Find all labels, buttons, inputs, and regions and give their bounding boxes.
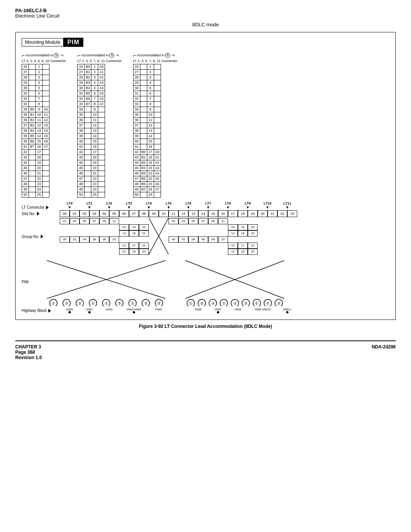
group-cell: 02 [178, 236, 188, 243]
lt-label-lt5: LT5▼ [159, 201, 178, 209]
lt-connector-arrow [46, 206, 49, 209]
lt-label-lt7: LT7▼ [198, 201, 218, 209]
slot-cell: 05 [109, 210, 119, 217]
highway-item: HW11 [277, 308, 297, 313]
cross-svg [149, 218, 169, 254]
group-cell: 19 [129, 224, 139, 230]
highway-item: HW5 [149, 308, 169, 313]
group-left: 0103050709111519231418220002040608101317… [60, 218, 149, 255]
group-row: Group No. 010305070911151923141822000204… [22, 218, 389, 255]
slot-cell: 09 [149, 210, 159, 217]
pim-label: PIM [64, 38, 83, 47]
lt-section: LT Connector LT0▼LT1▼LT2▼LT3▼LT4▼LT5▼LT6… [22, 201, 389, 255]
svg-text:②: ② [105, 301, 108, 305]
footer-left: CHAPTER 3 Page 368 Revision 1.0 [15, 344, 42, 360]
slot-row: Slot No. 0001020304050607080910111213141… [22, 210, 389, 217]
lt-label-lt10: LT10▼ [258, 201, 277, 209]
group-cell: 04 [80, 236, 89, 243]
group-cell: 23 [139, 224, 149, 230]
lt-label-lt11: LT11▼ [277, 201, 297, 209]
lt-labels: LT0▼LT1▼LT2▼LT3▼LT4▼LT5▼LT6▼LT7▼LT8▼LT9▼… [60, 201, 297, 209]
group-cell: 04 [188, 236, 198, 243]
highway-item: HW3 HW4 [119, 308, 149, 313]
group-cell: 05 [188, 218, 198, 224]
highway-item: HW8 [228, 308, 248, 313]
pim-diagram-svg: ①②③①②③①②③①②③①②③①②③ [47, 257, 389, 306]
group-cell: 06 [89, 236, 99, 243]
slot-cell: 12 [178, 210, 188, 217]
main-diagram-box: Mounting Module PIM ⌐ Accommodated in ① … [15, 32, 396, 320]
group-cell: 18 [129, 230, 139, 236]
group-cell: 20 [139, 249, 149, 255]
mounting-module-label: Mounting Module [22, 38, 64, 46]
svg-text:①: ① [91, 301, 95, 305]
group-cell: 08 [99, 236, 109, 243]
group-cell: 09 [99, 218, 109, 224]
slot-cell: 22 [277, 210, 287, 217]
group-cell: 17 [238, 243, 248, 249]
slot-cell: 23 [287, 210, 297, 217]
doc-num: NDA-24296 [372, 344, 396, 350]
connector-3-table: 2612722832943053163273383493510361137123… [133, 64, 161, 198]
svg-text:③: ③ [277, 301, 280, 305]
pim-diagram-label: PIM [22, 280, 47, 284]
lt-connector-row: LT Connector LT0▼LT1▼LT2▼LT3▼LT4▼LT5▼LT6… [22, 201, 389, 209]
highway-arrow [48, 309, 51, 313]
lt-label-lt9: LT9▼ [238, 201, 258, 209]
highway-label: Highway Block [22, 308, 60, 313]
highway-item: HW1 [80, 308, 99, 313]
slot-label: Slot No. [22, 212, 60, 216]
slot-cell: 19 [248, 210, 258, 217]
slot-cell: 18 [238, 210, 248, 217]
group-cell: 12 [228, 249, 238, 255]
slot-arrow [37, 212, 40, 216]
group-cell: 19 [238, 224, 248, 230]
svg-text:②: ② [65, 301, 68, 305]
group-cell: 13 [228, 243, 238, 249]
group-cell: 00 [169, 236, 178, 243]
slot-cell: 15 [208, 210, 218, 217]
group-cell: 14 [119, 230, 129, 236]
connector-block-2: ⌐ Accommodated in ② ¬ LT 1, 3, 5, 7, 9, … [77, 52, 121, 198]
group-cross [149, 218, 169, 255]
group-cell: 21 [248, 243, 258, 249]
pim-diagram-row: PIM ①②③①②③①②③①②③①②③①②③ [22, 257, 389, 307]
svg-text:②: ② [233, 301, 237, 305]
svg-text:①: ① [52, 301, 55, 305]
lt-label-lt8: LT8▼ [218, 201, 238, 209]
highway-item: HW0 [60, 308, 80, 313]
highway-item: HW6 [188, 308, 208, 313]
mode: 8DLC mode [15, 22, 396, 27]
revision: Revision 1.0 [15, 355, 42, 360]
slot-cell: 02 [80, 210, 89, 217]
group-cell: 15 [228, 224, 238, 230]
group-cell: 15 [119, 224, 129, 230]
group-cell: 06 [198, 236, 208, 243]
connector-1-table: 26127228329430531632733834B09A035B110A13… [22, 64, 49, 198]
chapter: CHAPTER 3 [15, 344, 42, 350]
group-cell: 11 [218, 218, 228, 224]
slot-cell: 17 [228, 210, 238, 217]
group-cell: 10 [109, 236, 119, 243]
svg-text:①: ① [222, 301, 226, 305]
connector-3-header: ⌐ Accommodated in ③ ¬ [133, 52, 175, 58]
slot-cell: 08 [139, 210, 149, 217]
slot-cell: 20 [258, 210, 268, 217]
group-cell: 12 [119, 249, 129, 255]
connector-1-header: ⌐ Accommodated in ① ¬ [22, 52, 63, 58]
model: PA-16ELCJ-B [15, 8, 396, 13]
group-cell: 01 [60, 218, 70, 224]
svg-text:③: ③ [211, 301, 215, 305]
group-cell: 10 [218, 236, 228, 243]
slot-cell: 07 [129, 210, 139, 217]
connector-2-table: 26B01A027B12A128B23A229B34A330B45A431B56… [77, 64, 105, 198]
lt-connector-label: LT Connector [22, 205, 60, 209]
pim-svg-container: ①②③①②③①②③①②③①②③①②③ [47, 257, 389, 307]
figure-caption: Figure 3-92 LT Connector Lead Accommodat… [15, 324, 396, 329]
group-cell: 09 [208, 218, 218, 224]
slot-cell: 10 [159, 210, 169, 217]
slot-cell: 00 [60, 210, 70, 217]
circle-2: ② [109, 53, 114, 58]
svg-text:②: ② [200, 301, 204, 305]
svg-text:③: ③ [118, 301, 121, 305]
